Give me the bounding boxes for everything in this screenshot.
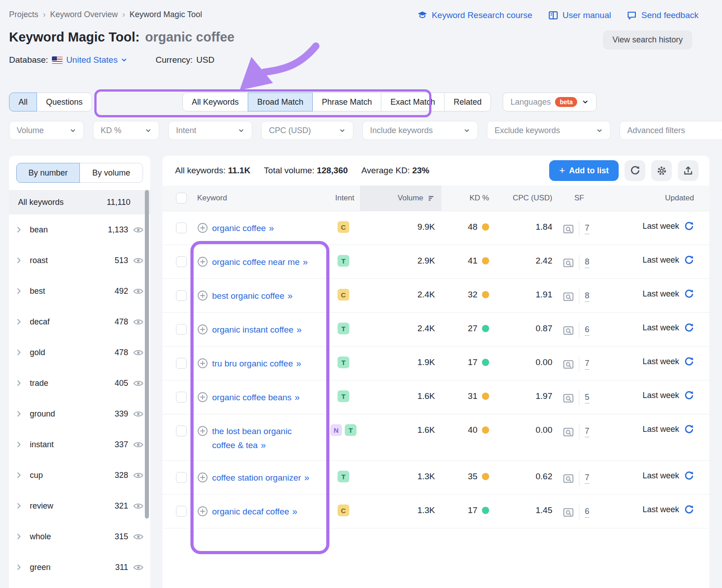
serp-preview-icon[interactable]: [562, 392, 574, 404]
sidebar-scrollbar[interactable]: [145, 190, 149, 519]
eye-icon[interactable]: [133, 224, 144, 236]
column-header-sf[interactable]: SF: [556, 194, 602, 203]
eye-icon[interactable]: [133, 378, 144, 389]
refresh-metrics-icon[interactable]: [684, 357, 694, 367]
filter-intent[interactable]: Intent: [168, 121, 252, 140]
keyword-link[interactable]: tru bru organic coffee»: [212, 357, 300, 370]
serp-features-count[interactable]: 5: [585, 393, 589, 403]
serp-preview-icon[interactable]: [562, 291, 574, 303]
serp-preview-icon[interactable]: [562, 358, 574, 370]
languages-dropdown[interactable]: Languages beta: [503, 93, 597, 111]
plus-circle-icon[interactable]: [197, 324, 208, 335]
sidebar-group-item[interactable]: roast 513: [9, 245, 150, 276]
column-header-keyword[interactable]: Keyword: [191, 194, 329, 203]
plus-circle-icon[interactable]: [197, 290, 208, 301]
serp-preview-icon[interactable]: [562, 426, 574, 438]
serp-features-count[interactable]: 8: [585, 291, 589, 302]
row-checkbox[interactable]: [176, 506, 187, 517]
add-to-list-button[interactable]: + Add to list: [549, 160, 619, 181]
expand-keyword-icon[interactable]: »: [304, 472, 308, 482]
expand-keyword-icon[interactable]: »: [287, 291, 292, 301]
plus-circle-icon[interactable]: [197, 472, 208, 483]
tab-exact-match[interactable]: Exact Match: [381, 93, 444, 111]
row-checkbox[interactable]: [176, 324, 187, 335]
refresh-metrics-icon[interactable]: [684, 390, 694, 401]
serp-features-count[interactable]: 6: [585, 325, 589, 336]
serp-features-count[interactable]: 7: [585, 426, 589, 437]
sidebar-group-item[interactable]: decaf 478: [9, 306, 150, 337]
filter-cpc[interactable]: CPC (USD): [261, 121, 353, 140]
row-checkbox[interactable]: [176, 358, 187, 369]
serp-features-count[interactable]: 7: [585, 473, 589, 484]
send-feedback-link[interactable]: Send feedback: [626, 10, 699, 21]
serp-preview-icon[interactable]: [562, 472, 574, 485]
breadcrumb-projects[interactable]: Projects: [9, 10, 38, 19]
filter-kd[interactable]: KD %: [93, 121, 159, 140]
serp-preview-icon[interactable]: [562, 506, 574, 519]
expand-keyword-icon[interactable]: »: [296, 324, 301, 334]
expand-keyword-icon[interactable]: »: [303, 257, 307, 267]
sidebar-group-item[interactable]: gold 478: [9, 337, 150, 368]
sidebar-group-item[interactable]: cup 328: [9, 460, 150, 491]
sidebar-group-item[interactable]: ground 339: [9, 398, 150, 429]
tab-all-keywords[interactable]: All Keywords: [182, 93, 248, 111]
column-header-cpc[interactable]: CPC (USD): [495, 194, 556, 203]
row-checkbox[interactable]: [176, 472, 187, 483]
tab-all[interactable]: All: [9, 93, 37, 111]
expand-keyword-icon[interactable]: »: [296, 358, 300, 368]
row-checkbox[interactable]: [176, 392, 187, 403]
refresh-metrics-icon[interactable]: [684, 221, 694, 231]
keyword-link[interactable]: organic coffee near me»: [212, 255, 307, 269]
sidebar-group-item[interactable]: instant 337: [9, 429, 150, 460]
keyword-link[interactable]: organic coffee»: [212, 221, 273, 235]
eye-icon[interactable]: [133, 470, 144, 481]
serp-preview-icon[interactable]: [562, 223, 574, 235]
tab-phrase-match[interactable]: Phrase Match: [312, 93, 381, 111]
serp-preview-icon[interactable]: [562, 324, 574, 337]
expand-keyword-icon[interactable]: »: [292, 506, 296, 516]
database-select[interactable]: United States: [66, 55, 128, 65]
plus-circle-icon[interactable]: [197, 426, 208, 436]
row-checkbox[interactable]: [176, 256, 187, 267]
refresh-button[interactable]: [625, 160, 645, 181]
keyword-link[interactable]: organic coffee beans»: [212, 390, 299, 404]
eye-icon[interactable]: [133, 255, 144, 266]
keyword-link[interactable]: coffee station organizer»: [212, 471, 308, 485]
sidebar-group-item[interactable]: review 321: [9, 491, 150, 521]
plus-circle-icon[interactable]: [197, 222, 208, 233]
tab-related[interactable]: Related: [444, 93, 491, 111]
row-checkbox[interactable]: [176, 290, 187, 301]
eye-icon[interactable]: [133, 286, 144, 297]
filter-include-keywords[interactable]: Include keywords: [362, 121, 478, 140]
keyword-link[interactable]: the lost bean organic coffee & tea»: [212, 424, 310, 452]
view-search-history-button[interactable]: View search history: [603, 31, 692, 49]
keyword-link[interactable]: organic instant coffee»: [212, 323, 301, 337]
export-button[interactable]: [678, 160, 699, 181]
refresh-metrics-icon[interactable]: [684, 424, 694, 435]
eye-icon[interactable]: [133, 347, 144, 358]
expand-keyword-icon[interactable]: »: [269, 223, 273, 233]
plus-circle-icon[interactable]: [197, 392, 208, 403]
keyword-research-course-link[interactable]: Keyword Research course: [417, 10, 532, 21]
refresh-metrics-icon[interactable]: [684, 505, 694, 515]
plus-circle-icon[interactable]: [197, 256, 208, 267]
expand-keyword-icon[interactable]: »: [295, 392, 299, 402]
refresh-metrics-icon[interactable]: [684, 323, 694, 333]
plus-circle-icon[interactable]: [197, 358, 208, 369]
sidebar-group-item[interactable]: best 492: [9, 276, 150, 306]
sidebar-group-item[interactable]: green 311: [9, 552, 150, 583]
refresh-metrics-icon[interactable]: [684, 471, 694, 481]
column-header-kd[interactable]: KD %: [441, 194, 495, 203]
toggle-by-volume[interactable]: By volume: [79, 163, 143, 183]
serp-features-count[interactable]: 8: [585, 257, 589, 268]
toggle-by-number[interactable]: By number: [16, 163, 80, 183]
filter-exclude-keywords[interactable]: Exclude keywords: [487, 121, 611, 140]
eye-icon[interactable]: [133, 531, 144, 542]
row-checkbox[interactable]: [176, 222, 187, 233]
sidebar-group-item[interactable]: whole 315: [9, 521, 150, 552]
serp-features-count[interactable]: 6: [585, 507, 589, 518]
column-header-volume[interactable]: Volume: [360, 185, 441, 211]
sidebar-all-keywords-row[interactable]: All keywords 11,110: [9, 190, 150, 214]
expand-keyword-icon[interactable]: »: [261, 440, 265, 450]
column-header-updated[interactable]: Updated: [602, 194, 709, 203]
